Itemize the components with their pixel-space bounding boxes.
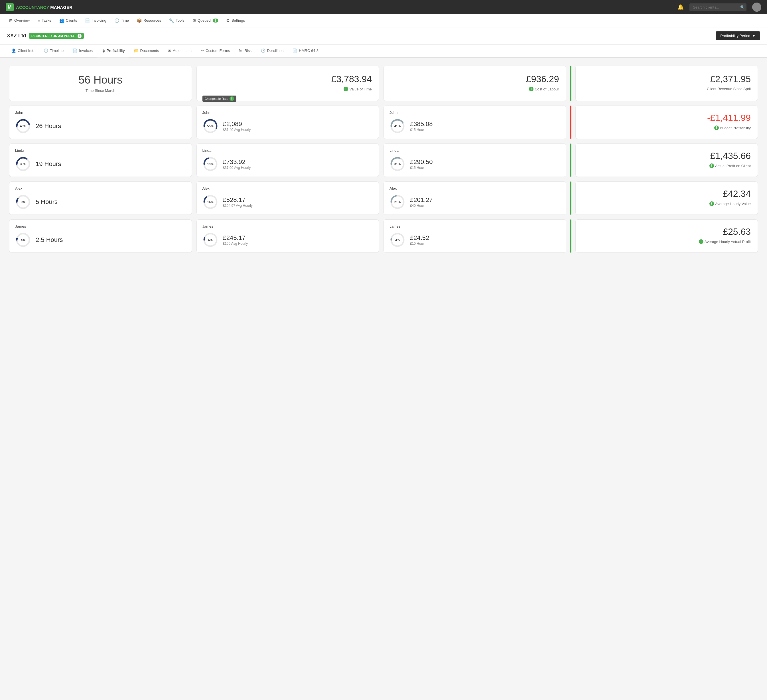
person-value-sub-0: £81.40 Avg Hourly — [223, 128, 251, 132]
divider-green-1 — [570, 144, 571, 177]
person-cost-card-0: John 41% £385.08 £15 Hour — [384, 105, 566, 139]
page-header: XYZ Ltd REGISTERED ON AM PORTAL i Profit… — [0, 27, 767, 45]
person-name-cost-3: James — [390, 224, 560, 228]
right-card-label-3: i Average Hourly Actual Profit — [582, 239, 751, 244]
nav-invoicing[interactable]: 📄 Invoicing — [81, 14, 110, 27]
person-name-hours-0: John — [15, 110, 186, 115]
tab-automation[interactable]: ✉ Automation — [163, 45, 196, 57]
circle-progress: 3% — [390, 232, 406, 248]
circle-progress: 31% — [390, 156, 406, 172]
divider-green-top — [570, 65, 571, 101]
clients-icon: 👥 — [59, 18, 64, 23]
nav-clients[interactable]: 👥 Clients — [56, 14, 81, 27]
person-cost-value-3: £24.52 — [410, 234, 429, 242]
right-card-1: £1,435.66 i Actual Profit on Client — [575, 144, 758, 177]
tab-timeline[interactable]: 🕐 Timeline — [39, 45, 68, 57]
circle-progress: 19% — [202, 156, 218, 172]
notifications-bell[interactable]: 🔔 — [678, 4, 684, 10]
tabs-bar: 👤 Client Info 🕐 Timeline 📄 Invoices ◎ Pr… — [0, 45, 767, 57]
divider-green-2 — [570, 182, 571, 215]
nav-queued-label: Queued — [197, 18, 211, 22]
search-input[interactable] — [693, 5, 738, 10]
person-name-value-2: Alex — [202, 186, 373, 191]
nav-overview-label: Overview — [14, 18, 30, 22]
tools-icon: 🔧 — [169, 18, 174, 23]
right-card-label-0: i Budget Profitability — [582, 126, 751, 130]
person-name-hours-1: Linda — [15, 148, 186, 153]
invoices-icon: 📄 — [73, 48, 77, 53]
tab-hmrc-label: HMRC 64-8 — [299, 48, 318, 53]
nav-time[interactable]: 🕐 Time — [111, 14, 132, 27]
value-of-time-value: £3,783.94 — [204, 74, 372, 85]
person-cost-value-1: £290.50 — [410, 158, 433, 166]
right-card-info-icon-1[interactable]: i — [710, 163, 714, 168]
nav-tools[interactable]: 🔧 Tools — [165, 14, 188, 27]
info-icon[interactable]: i — [78, 34, 81, 38]
profitability-period-button[interactable]: Profitability Period ▼ — [716, 31, 760, 40]
tooltip-info-icon[interactable]: i — [229, 96, 234, 101]
circle-progress: 14% — [202, 194, 218, 210]
search-bar[interactable]: 🔍 — [689, 3, 746, 11]
right-card-value-0: -£1,411.99 — [582, 113, 751, 123]
person-name-hours-3: James — [15, 224, 186, 228]
nav-tools-label: Tools — [176, 18, 184, 22]
person-cost-sub-3: £10 Hour — [410, 242, 429, 246]
person-hours-value-2: 5 Hours — [36, 198, 57, 206]
person-name-hours-2: Alex — [15, 186, 186, 191]
tasks-icon: ≡ — [38, 18, 40, 23]
tab-risk[interactable]: 🏛 Risk — [234, 45, 256, 57]
cost-info-icon[interactable]: i — [529, 87, 533, 91]
cost-of-labour-label: i Cost of Labour — [391, 87, 559, 91]
nav-tasks[interactable]: ≡ Tasks — [34, 14, 54, 27]
user-avatar[interactable] — [752, 3, 761, 12]
tab-documents[interactable]: 📁 Documents — [129, 45, 163, 57]
person-hours-value-1: 19 Hours — [36, 160, 61, 168]
tab-invoices[interactable]: 📄 Invoices — [68, 45, 97, 57]
right-card-info-icon-3[interactable]: i — [699, 239, 703, 244]
circle-progress: 41% — [390, 118, 406, 134]
value-info-icon[interactable]: i — [344, 87, 348, 91]
custom-forms-icon: ✏ — [201, 48, 204, 53]
tab-timeline-label: Timeline — [50, 48, 64, 53]
circle-progress: 21% — [390, 194, 406, 210]
right-card-value-3: £25.63 — [582, 226, 751, 237]
right-card-label-text-0: Budget Profitability — [720, 126, 751, 130]
person-row-james: James 4% 2.5 Hours James — [7, 217, 760, 255]
right-card-3: £25.63 i Average Hourly Actual Profit — [575, 219, 758, 253]
right-card-info-icon-2[interactable]: i — [710, 201, 714, 206]
right-card-label-text-2: Average Hourly Value — [715, 202, 751, 206]
nav-queued[interactable]: ✉ Queued 3 — [189, 14, 221, 27]
hours-label: Time Since March — [16, 88, 185, 93]
tab-hmrc[interactable]: 📄 HMRC 64-8 — [288, 45, 323, 57]
person-hours-card-2: Alex 9% 5 Hours — [9, 182, 192, 215]
hours-card: 56 Hours Time Since March — [9, 65, 192, 101]
nav-overview[interactable]: ⊞ Overview — [6, 14, 33, 27]
tab-client-info[interactable]: 👤 Client Info — [7, 45, 39, 57]
client-name-section: XYZ Ltd REGISTERED ON AM PORTAL i — [7, 33, 84, 39]
nav-invoicing-label: Invoicing — [92, 18, 106, 22]
person-value-value-0: £2,089 — [223, 120, 251, 128]
tab-profitability[interactable]: ◎ Profitability — [97, 45, 129, 57]
person-name-value-0: John — [202, 110, 373, 115]
person-name-cost-2: Alex — [390, 186, 560, 191]
tab-client-info-label: Client Info — [18, 48, 35, 53]
person-value-value-2: £528.17 — [223, 196, 253, 204]
circle-progress: 4% — [15, 232, 31, 248]
tab-deadlines[interactable]: 🕐 Deadlines — [256, 45, 288, 57]
person-value-card-2: Alex 14% £528.17 £104.97 Avg Hourly — [196, 182, 379, 215]
person-value-value-3: £245.17 — [223, 234, 248, 242]
right-card-info-icon-0[interactable]: i — [714, 126, 719, 130]
time-icon: 🕐 — [115, 18, 119, 23]
tab-custom-forms[interactable]: ✏ Custom Forms — [196, 45, 234, 57]
deadlines-icon: 🕐 — [261, 48, 266, 53]
right-card-2: £42.34 i Average Hourly Value — [575, 182, 758, 215]
timeline-icon: 🕐 — [44, 48, 48, 53]
person-row-john: John 46% 26 Hours John — [7, 103, 760, 141]
chevron-down-icon: ▼ — [752, 33, 756, 38]
nav-resources[interactable]: 📦 Resources — [134, 14, 164, 27]
nav-settings[interactable]: ⚙ Settings — [223, 14, 248, 27]
person-cost-sub-0: £15 Hour — [410, 128, 433, 132]
person-name-value-3: James — [202, 224, 373, 228]
invoicing-icon: 📄 — [85, 18, 90, 23]
person-cost-value-2: £201.27 — [410, 196, 433, 204]
